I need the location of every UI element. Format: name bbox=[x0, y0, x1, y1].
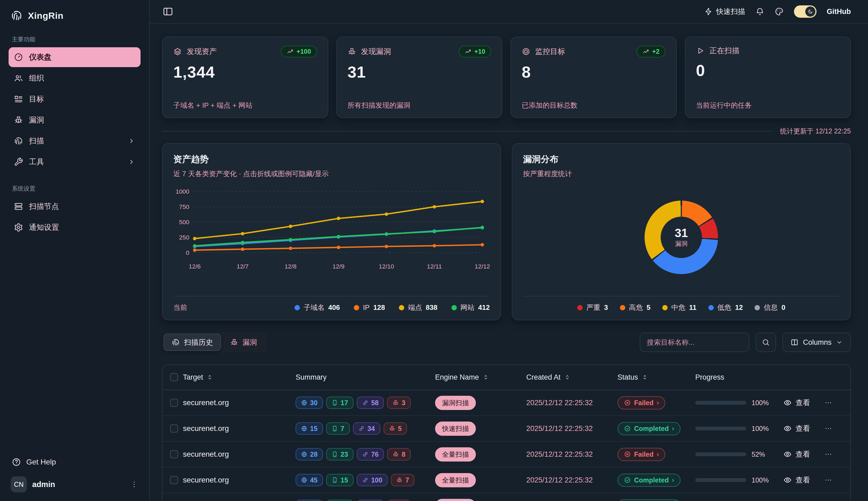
view-button[interactable]: 查看 bbox=[783, 475, 810, 485]
sidebar-item-组织[interactable]: 组织 bbox=[9, 68, 141, 88]
sort-icon[interactable] bbox=[206, 374, 213, 381]
github-link[interactable]: GitHub bbox=[827, 8, 851, 16]
sort-icon[interactable] bbox=[482, 374, 489, 381]
topbar-actions: 快速扫描 GitHub bbox=[704, 6, 851, 18]
bug-icon bbox=[230, 338, 238, 347]
target-link[interactable]: securenet.org bbox=[183, 476, 229, 484]
row-more-icon[interactable] bbox=[824, 450, 833, 459]
view-button[interactable]: 查看 bbox=[783, 449, 810, 459]
trend-legend-item-子域名[interactable]: 子域名 406 bbox=[295, 303, 340, 312]
trend-badge: +2 bbox=[637, 46, 665, 57]
asset-trend-chart[interactable]: 0250500750100012/612/712/812/912/1012/11… bbox=[173, 186, 490, 271]
fingerprint-icon bbox=[14, 136, 23, 146]
sidebar-item-工具[interactable]: 工具 bbox=[9, 152, 141, 172]
column-header-Progress: Progress bbox=[695, 373, 724, 382]
dashboard-content: 发现资产 +100 1,344 子域名 + IP + 端点 + 网站 发现漏洞 … bbox=[150, 24, 868, 501]
sidebar-item-漏洞[interactable]: 漏洞 bbox=[9, 110, 141, 130]
table-row: securenet.org 2823768 全量扫描 2025/12/12 22… bbox=[163, 442, 850, 467]
globe-icon bbox=[301, 477, 307, 483]
progress-bar bbox=[695, 427, 746, 430]
status-badge[interactable]: Completed › bbox=[617, 499, 681, 501]
created-at: 2025/12/12 22:25:32 bbox=[526, 476, 593, 484]
sidebar-item-目标[interactable]: 目标 bbox=[9, 89, 141, 109]
target-link[interactable]: securenet.org bbox=[183, 424, 229, 433]
donut-legend-item-中危[interactable]: 中危 11 bbox=[662, 303, 696, 312]
row-checkbox[interactable] bbox=[170, 476, 178, 484]
sidebar-item-通知设置[interactable]: 通知设置 bbox=[9, 217, 141, 237]
view-button[interactable]: 查看 bbox=[783, 424, 810, 433]
stat-card-title: 发现漏洞 bbox=[361, 46, 391, 57]
donut-legend-item-严重[interactable]: 严重 3 bbox=[577, 303, 608, 312]
svg-text:12/8: 12/8 bbox=[285, 263, 297, 270]
tab-漏洞[interactable]: 漏洞 bbox=[222, 334, 265, 351]
quick-scan-button[interactable]: 快速扫描 bbox=[704, 7, 745, 17]
legend-name: 网站 bbox=[461, 303, 474, 312]
status-badge[interactable]: Failed › bbox=[617, 448, 665, 461]
svg-text:12/9: 12/9 bbox=[333, 263, 345, 270]
status-badge[interactable]: Completed › bbox=[617, 473, 681, 487]
target-link[interactable]: securenet.org bbox=[183, 398, 229, 407]
more-vertical-icon[interactable] bbox=[130, 480, 139, 489]
row-checkbox[interactable] bbox=[170, 450, 178, 458]
get-help-link[interactable]: Get Help bbox=[9, 453, 141, 471]
status-label: Completed bbox=[634, 425, 669, 433]
sidebar-toggle-icon[interactable] bbox=[163, 6, 173, 17]
row-checkbox[interactable] bbox=[170, 425, 178, 433]
summary-badge: 8 bbox=[387, 448, 411, 460]
app-logo[interactable]: XingRin bbox=[9, 7, 141, 30]
table-header: TargetSummaryEngine NameCreated AtStatus… bbox=[163, 365, 850, 390]
get-help-label: Get Help bbox=[26, 458, 56, 466]
donut-legend-item-低危[interactable]: 低危 12 bbox=[708, 303, 743, 312]
search-input[interactable] bbox=[640, 333, 749, 352]
row-more-icon[interactable] bbox=[824, 476, 833, 484]
trend-legend-item-网站[interactable]: 网站 412 bbox=[451, 303, 490, 312]
theme-toggle[interactable] bbox=[794, 6, 816, 18]
donut-legend-item-信息[interactable]: 信息 0 bbox=[755, 303, 785, 312]
eye-icon bbox=[783, 450, 792, 459]
columns-button[interactable]: Columns bbox=[782, 333, 851, 352]
user-menu[interactable]: CN admin bbox=[9, 471, 141, 493]
link-icon bbox=[362, 399, 369, 406]
legend-name: 低危 bbox=[717, 303, 732, 312]
stat-card: 发现资产 +100 1,344 子域名 + IP + 端点 + 网站 bbox=[162, 36, 328, 118]
svg-text:12/12: 12/12 bbox=[474, 263, 490, 270]
sidebar-item-仪表盘[interactable]: 仪表盘 bbox=[9, 47, 141, 67]
trend-legend-prefix: 当前 bbox=[173, 303, 187, 312]
summary-badges: 3017583 bbox=[296, 500, 411, 501]
status-badge[interactable]: Failed › bbox=[617, 396, 665, 409]
table-body: securenet.org 3017583 漏洞扫描 2025/12/12 22… bbox=[163, 390, 850, 501]
vuln-donut-chart[interactable]: 31 漏洞 bbox=[645, 201, 718, 274]
summary-badge: 17 bbox=[326, 500, 353, 501]
view-label: 查看 bbox=[795, 475, 810, 485]
eye-icon bbox=[783, 398, 792, 407]
sidebar-item-扫描[interactable]: 扫描 bbox=[9, 131, 141, 151]
row-more-icon[interactable] bbox=[824, 398, 833, 407]
donut-legend-item-高危[interactable]: 高危 5 bbox=[620, 303, 650, 312]
sort-icon[interactable] bbox=[641, 374, 648, 381]
bell-icon[interactable] bbox=[755, 7, 765, 16]
summary-badge: 3 bbox=[387, 396, 411, 409]
search-button[interactable] bbox=[756, 333, 776, 352]
palette-icon[interactable] bbox=[774, 7, 784, 16]
row-more-icon[interactable] bbox=[824, 424, 833, 433]
trend-legend-item-IP[interactable]: IP 128 bbox=[354, 303, 385, 312]
sidebar-item-扫描节点[interactable]: 扫描节点 bbox=[9, 196, 141, 216]
summary-badge: 58 bbox=[357, 500, 384, 501]
legend-value: 0 bbox=[781, 303, 785, 312]
bug-icon bbox=[393, 451, 399, 458]
progress-percent: 100% bbox=[751, 476, 769, 484]
view-button[interactable]: 查看 bbox=[783, 398, 810, 407]
trend-legend-item-端点[interactable]: 端点 838 bbox=[399, 303, 437, 312]
legend-dot bbox=[620, 305, 625, 310]
summary-badge: 3 bbox=[387, 500, 411, 501]
select-all-checkbox[interactable] bbox=[170, 373, 178, 381]
tab-扫描历史[interactable]: 扫描历史 bbox=[164, 334, 221, 351]
sort-icon[interactable] bbox=[564, 374, 571, 381]
main-area: 快速扫描 GitHub 发现资产 +100 1,344 子域名 + IP + 端… bbox=[150, 0, 868, 501]
column-header-Target: Target bbox=[183, 373, 213, 382]
target-link[interactable]: securenet.org bbox=[183, 450, 229, 459]
donut-legend: 严重 3 高危 5 中危 11 低危 12 信息 0 bbox=[523, 296, 839, 312]
stat-card-desc: 所有扫描发现的漏洞 bbox=[348, 101, 491, 110]
row-checkbox[interactable] bbox=[170, 399, 178, 407]
status-badge[interactable]: Completed › bbox=[617, 422, 681, 435]
